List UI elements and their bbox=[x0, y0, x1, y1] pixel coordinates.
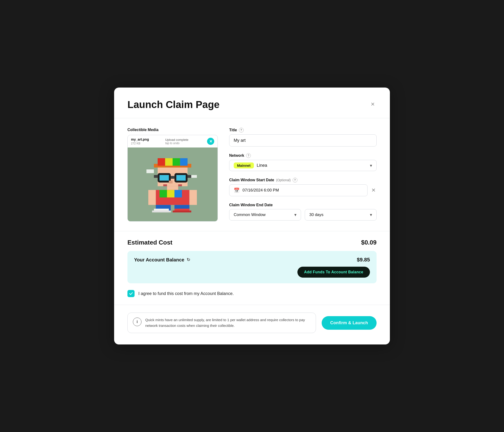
network-help-icon[interactable]: ? bbox=[246, 153, 251, 158]
close-button[interactable]: × bbox=[369, 100, 377, 109]
end-window-dropdown-arrow: ▾ bbox=[294, 212, 297, 217]
svg-rect-5 bbox=[180, 158, 187, 165]
start-date-label: Claim Window Start Date (Optional) ? bbox=[229, 178, 377, 183]
end-window-select[interactable]: Common Window ▾ bbox=[229, 209, 301, 221]
svg-rect-13 bbox=[188, 175, 191, 178]
svg-rect-9 bbox=[171, 176, 174, 179]
fields-section: Title ? Network ? Mainnet Linea ▾ bbox=[229, 128, 377, 221]
footer-divider bbox=[114, 305, 390, 305]
network-inner: Mainnet Linea bbox=[234, 163, 267, 168]
svg-rect-30 bbox=[152, 211, 171, 212]
info-box: i Quick mints have an unlimited supply, … bbox=[127, 313, 316, 333]
svg-rect-18 bbox=[167, 186, 178, 190]
svg-rect-17 bbox=[178, 184, 182, 186]
confirm-launch-button[interactable]: Confirm & Launch bbox=[322, 316, 377, 330]
title-input[interactable] bbox=[229, 134, 377, 147]
svg-rect-32 bbox=[173, 211, 191, 212]
media-section: Collectible Media my_art.png 272 KB Uplo… bbox=[127, 128, 218, 221]
info-icon: i bbox=[133, 318, 142, 326]
upload-status-group: Upload complete tap to undo bbox=[165, 138, 189, 145]
svg-rect-20 bbox=[160, 190, 167, 197]
cost-amount: $0.09 bbox=[361, 239, 377, 246]
balance-amount: $9.85 bbox=[357, 257, 370, 263]
svg-rect-3 bbox=[165, 158, 173, 165]
media-upload-header: my_art.png 272 KB Upload complete tap to… bbox=[128, 135, 217, 147]
agree-checkbox[interactable] bbox=[127, 290, 135, 297]
svg-rect-33 bbox=[146, 169, 154, 173]
media-image-container bbox=[128, 147, 217, 221]
calendar-icon: 📅 bbox=[234, 187, 240, 193]
end-duration-select[interactable]: 30 days ▾ bbox=[305, 209, 377, 221]
svg-rect-12 bbox=[154, 175, 158, 178]
modal-title: Launch Claim Page bbox=[127, 99, 219, 110]
svg-rect-2 bbox=[158, 158, 165, 165]
media-filesize: 272 KB bbox=[131, 142, 149, 145]
mainnet-badge: Mainnet bbox=[234, 163, 254, 168]
checkmark-icon bbox=[129, 291, 133, 296]
form-divider bbox=[114, 231, 390, 231]
optional-label: (Optional) bbox=[276, 178, 290, 182]
form-row: Collectible Media my_art.png 272 KB Uplo… bbox=[127, 128, 377, 221]
svg-rect-4 bbox=[173, 158, 180, 165]
header-divider bbox=[114, 118, 390, 118]
title-help-icon[interactable]: ? bbox=[239, 128, 244, 132]
agreement-row: I agree to fund this cost from my Accoun… bbox=[127, 290, 377, 297]
start-date-clear-button[interactable]: ✕ bbox=[370, 186, 377, 194]
pixel-art-image bbox=[146, 156, 199, 213]
agree-text: I agree to fund this cost from my Accoun… bbox=[138, 291, 234, 296]
launch-claim-modal: Launch Claim Page × Collectible Media my… bbox=[114, 88, 390, 344]
start-date-input[interactable]: 📅 07/16/2024 6:00 PM bbox=[229, 184, 368, 196]
svg-rect-26 bbox=[189, 199, 197, 205]
cost-section: Estimated Cost $0.09 Your Account Balanc… bbox=[127, 239, 377, 297]
svg-rect-10 bbox=[160, 175, 169, 181]
end-date-row: Common Window ▾ 30 days ▾ bbox=[229, 209, 377, 221]
start-date-help-icon[interactable]: ? bbox=[293, 178, 297, 183]
svg-rect-22 bbox=[174, 190, 182, 197]
network-dropdown-arrow: ▾ bbox=[370, 163, 372, 168]
upload-tap: tap to undo bbox=[165, 142, 189, 145]
network-select[interactable]: Mainnet Linea ▾ bbox=[229, 160, 377, 171]
upload-status: Upload complete bbox=[165, 138, 189, 142]
svg-rect-11 bbox=[176, 175, 186, 181]
balance-row: Your Account Balance ↻ $9.85 bbox=[134, 257, 370, 263]
end-duration-value: 30 days bbox=[309, 212, 324, 217]
svg-rect-15 bbox=[163, 184, 167, 186]
balance-box: Your Account Balance ↻ $9.85 Add Funds T… bbox=[127, 251, 377, 283]
start-date-value: 07/16/2024 6:00 PM bbox=[243, 188, 279, 193]
media-filename: my_art.png bbox=[131, 138, 149, 141]
file-info: my_art.png 272 KB bbox=[131, 138, 149, 145]
end-window-value: Common Window bbox=[234, 212, 266, 217]
network-field-group: Network ? Mainnet Linea ▾ bbox=[229, 153, 377, 171]
add-funds-row: Add Funds To Account Balance bbox=[134, 267, 370, 278]
media-label: Collectible Media bbox=[127, 128, 218, 132]
title-label: Title ? bbox=[229, 128, 377, 132]
network-label: Network ? bbox=[229, 153, 377, 158]
title-field-group: Title ? bbox=[229, 128, 377, 147]
svg-rect-23 bbox=[148, 190, 156, 199]
end-duration-dropdown-arrow: ▾ bbox=[370, 212, 372, 217]
footer-row: i Quick mints have an unlimited supply, … bbox=[127, 313, 377, 333]
media-remove-button[interactable]: ✕ bbox=[207, 138, 214, 145]
svg-rect-34 bbox=[191, 175, 197, 178]
end-date-field-group: Claim Window End Date Common Window ▾ 30… bbox=[229, 203, 377, 221]
svg-rect-24 bbox=[189, 190, 197, 199]
media-upload-box: my_art.png 272 KB Upload complete tap to… bbox=[127, 135, 218, 221]
balance-label: Your Account Balance ↻ bbox=[134, 257, 190, 263]
cost-title: Estimated Cost bbox=[127, 239, 172, 246]
svg-rect-25 bbox=[148, 199, 156, 205]
info-text: Quick mints have an unlimited supply, ar… bbox=[145, 317, 310, 329]
svg-rect-14 bbox=[169, 181, 173, 184]
refresh-icon[interactable]: ↻ bbox=[187, 257, 190, 262]
add-funds-button[interactable]: Add Funds To Account Balance bbox=[297, 267, 370, 278]
network-name: Linea bbox=[257, 163, 267, 168]
end-date-label: Claim Window End Date bbox=[229, 203, 377, 207]
svg-rect-21 bbox=[167, 190, 174, 197]
modal-header: Launch Claim Page × bbox=[127, 99, 377, 110]
start-date-field-group: Claim Window Start Date (Optional) ? 📅 0… bbox=[229, 178, 377, 196]
cost-header: Estimated Cost $0.09 bbox=[127, 239, 377, 246]
start-date-row: 📅 07/16/2024 6:00 PM ✕ bbox=[229, 184, 377, 196]
